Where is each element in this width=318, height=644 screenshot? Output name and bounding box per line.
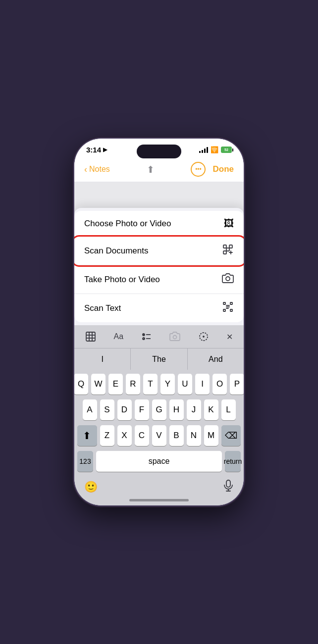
key-m[interactable]: M <box>204 425 218 446</box>
time-display: 3:14 <box>86 146 101 154</box>
back-label: Notes <box>89 165 110 174</box>
more-options-button[interactable]: ••• <box>191 162 206 177</box>
backspace-key[interactable]: ⌫ <box>221 425 241 446</box>
nav-right: ••• Done <box>191 162 234 177</box>
wifi-icon: 🛜 <box>211 146 218 153</box>
svg-rect-6 <box>230 302 232 304</box>
menu-item-scan-text[interactable]: Scan Text <box>74 294 244 322</box>
key-d[interactable]: D <box>117 399 132 420</box>
suggestion-and[interactable]: And <box>188 348 244 370</box>
space-key[interactable]: space <box>96 451 222 472</box>
scan-doc-icon <box>222 244 234 258</box>
svg-point-23 <box>173 336 177 339</box>
photo-library-icon: 🖼 <box>224 218 234 229</box>
lasso-button[interactable] <box>195 329 212 344</box>
table-button[interactable] <box>82 329 99 344</box>
key-l[interactable]: L <box>221 399 236 420</box>
key-t[interactable]: T <box>143 374 158 395</box>
return-key[interactable]: return <box>225 451 241 472</box>
svg-rect-0 <box>223 245 226 248</box>
key-p[interactable]: P <box>230 374 244 395</box>
key-n[interactable]: N <box>187 425 201 446</box>
key-k[interactable]: K <box>204 399 218 420</box>
key-u[interactable]: U <box>178 374 192 395</box>
emoji-button[interactable]: 🙂 <box>84 481 98 494</box>
key-y[interactable]: Y <box>160 374 175 395</box>
camera-icon <box>222 272 234 287</box>
key-a[interactable]: A <box>83 399 97 420</box>
suggestion-i[interactable]: I <box>74 348 131 370</box>
home-bar <box>129 499 189 501</box>
key-i[interactable]: I <box>195 374 210 395</box>
checklist-button[interactable] <box>138 329 155 344</box>
close-keyboard-button[interactable]: ✕ <box>223 330 236 344</box>
microphone-button[interactable] <box>223 480 234 494</box>
scan-documents-wrapper: Scan Documents <box>74 237 244 265</box>
key-f[interactable]: F <box>135 399 149 420</box>
suggestions-bar: I The And <box>74 348 244 370</box>
menu-item-choose-photo[interactable]: Choose Photo or Video 🖼 <box>74 211 244 237</box>
status-time: 3:14 ▶ <box>86 146 107 154</box>
camera-toolbar-button[interactable] <box>166 329 183 344</box>
key-j[interactable]: J <box>187 399 201 420</box>
phone-frame: 3:14 ▶ 🛜 52 ‹ Notes ⬆ ••• <box>74 139 244 505</box>
key-s[interactable]: S <box>100 399 114 420</box>
suggestion-the-text: The <box>152 355 166 364</box>
chevron-left-icon: ‹ <box>84 164 87 175</box>
menu-item-scan-documents[interactable]: Scan Documents <box>74 237 244 265</box>
suggestion-and-text: And <box>209 355 222 364</box>
bottom-bar: 🙂 <box>74 477 244 499</box>
keyboard-row-3: ⬆ Z X C V B N M ⌫ <box>77 425 241 446</box>
menu-item-take-photo[interactable]: Take Photo or Video <box>74 265 244 294</box>
svg-point-17 <box>143 334 145 336</box>
key-h[interactable]: H <box>169 399 184 420</box>
key-b[interactable]: B <box>169 425 184 446</box>
text-format-icon: Aa <box>113 332 123 341</box>
key-o[interactable]: O <box>212 374 227 395</box>
space-key-label: space <box>149 457 170 466</box>
svg-rect-3 <box>226 248 229 251</box>
svg-rect-5 <box>223 302 225 304</box>
key-x[interactable]: X <box>117 425 132 446</box>
svg-rect-7 <box>223 309 225 311</box>
scan-text-label: Scan Text <box>84 303 121 313</box>
screen: 3:14 ▶ 🛜 52 ‹ Notes ⬆ ••• <box>74 139 244 505</box>
battery-level: 52 <box>224 148 228 151</box>
dropdown-menu: Choose Photo or Video 🖼 Scan Documents <box>74 208 244 325</box>
keyboard-row-4: 123 space return <box>77 451 241 472</box>
suggestion-i-text: I <box>101 355 103 364</box>
battery-icon: 52 <box>221 147 232 153</box>
home-indicator <box>74 499 244 505</box>
done-button[interactable]: Done <box>212 164 234 174</box>
keyboard: Q W E R T Y U I O P A S D F G H J K <box>74 370 244 477</box>
key-z[interactable]: Z <box>100 425 114 446</box>
key-e[interactable]: E <box>108 374 123 395</box>
scan-text-icon <box>222 301 234 315</box>
note-content: Choose Photo or Video 🖼 Scan Documents <box>74 182 244 325</box>
dropdown-overlay: Choose Photo or Video 🖼 Scan Documents <box>74 182 244 325</box>
svg-rect-12 <box>86 332 95 341</box>
nav-bar: ‹ Notes ⬆ ••• Done <box>74 158 244 182</box>
svg-point-25 <box>203 336 204 337</box>
key-c[interactable]: C <box>135 425 149 446</box>
svg-rect-2 <box>223 251 226 254</box>
back-button[interactable]: ‹ Notes <box>84 164 110 175</box>
key-g[interactable]: G <box>152 399 166 420</box>
key-q[interactable]: Q <box>74 374 88 395</box>
status-right: 🛜 52 <box>199 146 232 153</box>
shift-key[interactable]: ⬆ <box>77 425 97 446</box>
key-w[interactable]: W <box>91 374 106 395</box>
scan-documents-label: Scan Documents <box>84 246 148 256</box>
return-key-label: return <box>224 457 242 465</box>
svg-rect-1 <box>229 245 232 248</box>
key-v[interactable]: V <box>152 425 166 446</box>
choose-photo-label: Choose Photo or Video <box>84 219 171 229</box>
share-icon[interactable]: ⬆ <box>147 164 155 175</box>
key-r[interactable]: R <box>126 374 140 395</box>
ellipsis-icon: ••• <box>195 166 202 173</box>
text-format-button[interactable]: Aa <box>110 330 126 343</box>
suggestion-the[interactable]: The <box>131 348 187 370</box>
numbers-key[interactable]: 123 <box>77 451 93 472</box>
location-icon: ▶ <box>103 147 107 153</box>
close-icon: ✕ <box>226 332 233 342</box>
